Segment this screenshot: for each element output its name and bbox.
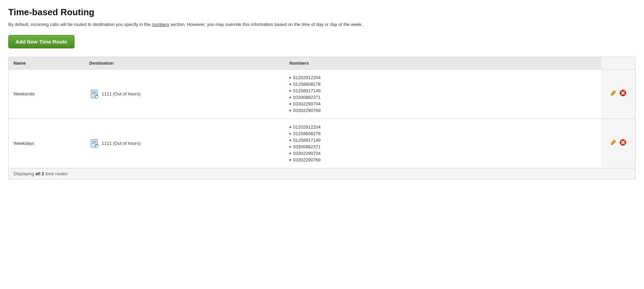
routes-table: Name Destination Numbers Weekends ☎: [8, 57, 636, 168]
row-actions-1: [601, 119, 636, 168]
page-title: Time-based Routing: [8, 7, 636, 18]
destination-text-0: 1111 (Out of hours): [102, 91, 141, 96]
number-item: 01202912204: [290, 74, 596, 81]
number-item: 01258808278: [290, 130, 596, 137]
row-numbers-0: 0120291220401258808278012589171490330088…: [285, 69, 601, 119]
edit-button[interactable]: [610, 139, 617, 148]
column-header-actions: [601, 57, 636, 69]
page-description: By default, incoming calls will be route…: [8, 21, 526, 28]
column-header-destination: Destination: [85, 57, 285, 69]
destination-text-1: 1111 (Out of hours): [102, 141, 141, 146]
table-row: Weekdays ☎ 1111 (Out of hours) 012029122…: [9, 119, 636, 168]
footer-suffix: time routes: [44, 171, 68, 176]
row-destination-1: ☎ 1111 (Out of hours): [85, 119, 285, 168]
footer-bold: all 2: [36, 171, 44, 176]
svg-text:☎: ☎: [95, 96, 98, 98]
row-numbers-1: 0120291220401258808278012589171490330088…: [285, 119, 601, 168]
description-suffix: section. However, you may override this …: [169, 22, 363, 27]
number-item: 03302290769: [290, 157, 596, 163]
svg-text:☎: ☎: [95, 145, 98, 148]
row-name-1: Weekdays: [9, 119, 85, 168]
column-header-name: Name: [9, 57, 85, 69]
number-item: 03302290704: [290, 101, 596, 107]
row-actions-0: [601, 69, 636, 119]
delete-button[interactable]: [619, 139, 626, 148]
delete-button[interactable]: [619, 90, 626, 98]
phone-book-icon: ☎: [89, 89, 99, 99]
number-item: 01202912204: [290, 124, 596, 130]
row-destination-0: ☎ 1111 (Out of hours): [85, 69, 285, 119]
number-item: 03300882371: [290, 143, 596, 150]
row-name-0: Weekends: [9, 69, 85, 119]
table-header-row: Name Destination Numbers: [9, 57, 636, 69]
table-row: Weekends ☎ 1111 (Out of hours) 012029122…: [9, 69, 636, 119]
phone-book-icon: ☎: [89, 139, 99, 148]
number-item: 01258917149: [290, 87, 596, 94]
number-item: 03302290704: [290, 150, 596, 157]
numbers-link[interactable]: numbers: [152, 22, 169, 27]
table-footer: Displaying all 2 time routes: [8, 168, 636, 179]
footer-prefix: Displaying: [13, 171, 36, 176]
number-item: 01258917149: [290, 137, 596, 143]
description-prefix: By default, incoming calls will be route…: [8, 22, 152, 27]
number-item: 03302290769: [290, 107, 596, 114]
number-item: 03300882371: [290, 94, 596, 101]
column-header-numbers: Numbers: [285, 57, 601, 69]
edit-button[interactable]: [610, 90, 617, 98]
add-new-time-route-button[interactable]: Add New Time Route: [8, 35, 75, 48]
number-item: 01258808278: [290, 81, 596, 87]
